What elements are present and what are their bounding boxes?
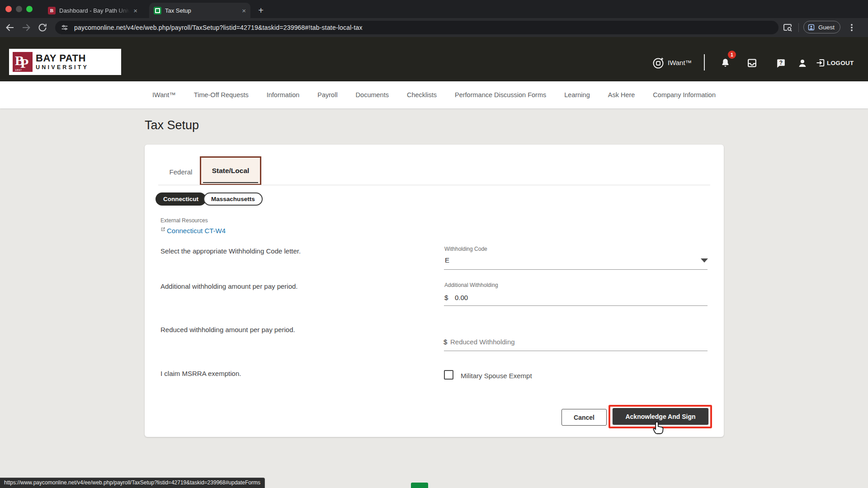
logo-text: BAY PATH UNIVERSITY [36,53,89,70]
app-header: BP 1897 BAY PATH UNIVERSITY IWant™ 1 [0,37,868,81]
state-pill-connecticut[interactable]: Connecticut [156,192,206,206]
svg-text:?: ? [779,60,783,66]
window-controls [5,6,33,12]
iwant-icon[interactable] [652,57,665,69]
guest-profile-button[interactable]: Guest [803,21,840,33]
browser-tabstrip: B Dashboard - Bay Path Univers × Tax Set… [0,0,868,18]
dropdown-arrow-icon[interactable] [701,258,708,263]
bay-path-favicon-icon: B [48,7,56,14]
url-text: paycomonline.net/v4/ee/web.php/payroll/T… [74,24,363,31]
nav-item-ask-here[interactable]: Ask Here [608,91,635,99]
cursor-pointer [652,419,665,435]
external-resource-link[interactable]: Connecticut CT-W4 [160,227,226,235]
nav-item-checklists[interactable]: Checklists [407,91,437,99]
additional-withholding-label: Additional Withholding [444,282,498,288]
help-bubble-icon[interactable]: ? [775,57,787,69]
nav-item-time-off-requests[interactable]: Time-Off Requests [194,91,249,99]
question-reduced-withholding: Reduced withholding amount per pay perio… [160,326,414,333]
logo-year: 1897 [15,69,22,71]
military-spouse-exempt-label: Military Spouse Exempt [461,372,532,380]
main-nav: IWant™ Time-Off Requests Information Pay… [0,81,868,108]
currency-prefix: $ [444,294,448,301]
question-additional-withholding: Additional withholding amount per pay pe… [160,282,414,290]
address-bar[interactable]: paycomonline.net/v4/ee/web.php/payroll/T… [55,21,778,34]
notifications-bell-icon[interactable] [720,57,731,69]
nav-item-information[interactable]: Information [267,91,300,99]
profile-person-icon[interactable] [797,58,808,69]
browser-tab-dashboard[interactable]: B Dashboard - Bay Path Univers × [43,3,142,18]
tax-setup-card: Federal State/Local Connecticut Massachu… [145,145,724,437]
tab-title: Tax Setup [165,7,191,14]
logout-label[interactable]: LOGOUT [827,60,854,66]
browser-tab-tax-setup[interactable]: Tax Setup × [149,3,250,18]
back-icon[interactable] [5,22,15,33]
reduced-withholding-input[interactable] [444,351,708,351]
external-link-label: Connecticut CT-W4 [167,227,226,235]
header-divider [704,54,705,70]
withholding-code-label: Withholding Code [444,246,487,252]
notification-badge: 1 [728,51,736,59]
screen: B Dashboard - Bay Path Univers × Tax Set… [0,0,868,488]
question-msrra-exemption: I claim MSRRA exemption. [160,370,414,377]
guest-label: Guest [818,24,835,31]
inbox-tray-icon[interactable] [746,57,758,69]
minimize-window-button[interactable] [16,6,22,12]
tabs-divider [158,185,710,185]
reload-icon[interactable] [37,22,48,33]
nav-item-payroll[interactable]: Payroll [317,91,337,99]
browser-toolbar: paycomonline.net/v4/ee/web.php/payroll/T… [0,18,868,37]
tab-federal[interactable]: Federal [158,158,203,185]
tab-state-local[interactable]: State/Local [200,156,261,185]
paycom-favicon-icon [154,7,161,14]
link-status-tooltip: https://www.paycomonline.net/v4/ee/web.p… [0,478,265,488]
tab-title: Dashboard - Bay Path Univers [59,7,130,14]
toolbar-divider [798,23,799,32]
browser-menu-icon[interactable] [846,22,857,33]
state-pill-massachusetts[interactable]: Massachusetts [203,192,263,206]
forward-icon[interactable] [21,22,32,33]
withholding-code-value: E [445,256,449,264]
external-link-icon [160,227,165,232]
nav-item-iwant[interactable]: IWant™ [152,91,176,99]
close-tab-icon[interactable]: × [242,7,246,14]
zoom-window-button[interactable] [26,6,33,12]
military-spouse-exempt-checkbox[interactable] [444,370,453,380]
nav-item-performance-discussion-forms[interactable]: Performance Discussion Forms [455,91,546,99]
reduced-withholding-placeholder: Reduced Withholding [450,338,515,346]
withholding-code-select[interactable] [444,269,708,270]
cancel-button[interactable]: Cancel [561,409,607,426]
bottom-green-element[interactable] [411,483,428,488]
nav-item-learning[interactable]: Learning [564,91,590,99]
nav-item-documents[interactable]: Documents [356,91,389,99]
logo-monogram: BP 1897 [13,52,33,72]
nav-item-company-information[interactable]: Company Information [653,91,716,99]
guest-avatar-icon [807,23,815,31]
logout-icon[interactable] [815,57,826,68]
search-tabs-icon[interactable] [782,22,793,33]
iwant-label[interactable]: IWant™ [668,59,692,66]
site-info-icon[interactable] [61,23,69,32]
additional-withholding-input[interactable] [444,305,708,306]
currency-prefix: $ [443,338,447,346]
close-window-button[interactable] [5,6,12,12]
close-tab-icon[interactable]: × [133,7,137,14]
bay-path-logo[interactable]: BP 1897 BAY PATH UNIVERSITY [9,49,121,75]
new-tab-button[interactable]: + [255,5,267,16]
question-withholding-code: Select the appropriate Withholding Code … [160,247,414,255]
page-title: Tax Setup [145,118,199,132]
additional-withholding-value[interactable]: 0.00 [455,294,468,301]
external-resources-heading: External Resources [160,217,208,224]
